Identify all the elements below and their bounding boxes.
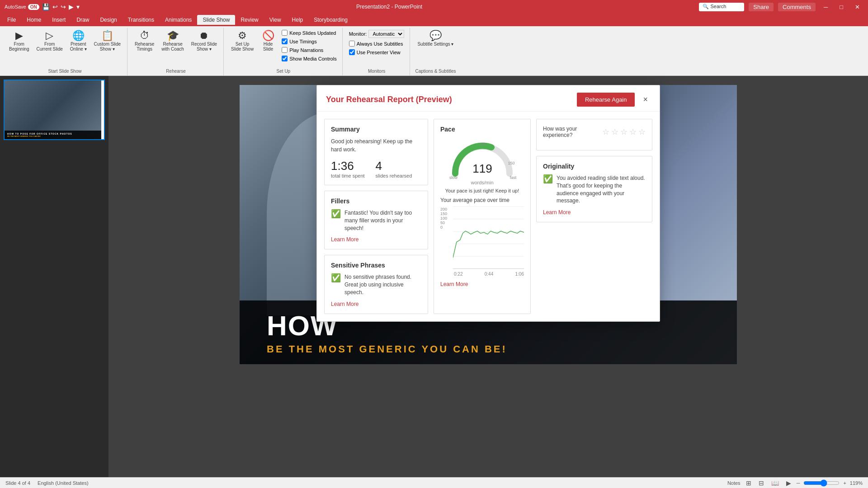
keep-slides-updated-input[interactable] <box>282 30 288 36</box>
title-right: 🔍 Search Share Comments ─ □ ✕ <box>699 3 863 11</box>
keep-slides-updated-checkbox[interactable]: Keep Slides Updated <box>280 29 339 37</box>
monitor-label: Monitor: <box>349 31 367 37</box>
modal-body: Summary Good job rehearsing! Keep up the… <box>317 112 660 321</box>
rehearse-timings-button[interactable]: ⏱ RehearseTimings <box>132 29 157 53</box>
rehearse-coach-label: Rehearsewith Coach <box>161 42 184 52</box>
rehearse-timings-icon: ⏱ <box>140 31 150 41</box>
originality-message: ✅ You avoided reading slide text aloud. … <box>543 174 646 205</box>
share-button[interactable]: Share <box>749 3 774 11</box>
notes-button[interactable]: Notes <box>727 480 741 486</box>
ribbon-group-captions: 💬 Subtitle Settings ▾ Captions & Subtitl… <box>411 28 460 75</box>
tab-file[interactable]: File <box>2 15 21 25</box>
close-button[interactable]: ✕ <box>851 3 863 11</box>
zoom-slider[interactable] <box>803 479 840 487</box>
play-narrations-checkbox[interactable]: Play Narrations <box>280 46 339 54</box>
use-presenter-view-checkbox[interactable]: Use Presenter View <box>347 48 406 56</box>
rehearse-again-button[interactable]: Rehearse Again <box>577 93 635 107</box>
fillers-check-icon: ✅ <box>331 208 341 220</box>
sensitive-check-icon: ✅ <box>331 272 341 284</box>
ribbon-group-rehearse: ⏱ RehearseTimings 🎓 Rehearsewith Coach ⏺… <box>128 28 224 75</box>
use-timings-checkbox[interactable]: Use Timings <box>280 38 339 45</box>
tab-storyboarding[interactable]: Storyboarding <box>308 15 353 25</box>
search-icon: 🔍 <box>703 4 709 9</box>
status-bar: Slide 4 of 4 English (United States) Not… <box>0 477 868 488</box>
sensitive-learn-more[interactable]: Learn More <box>331 301 421 307</box>
star-5[interactable]: ☆ <box>638 127 646 137</box>
autosave-state[interactable]: ON <box>28 4 39 10</box>
set-up-slide-show-button[interactable]: ⚙ Set UpSlide Show <box>228 29 256 53</box>
slide-thumb-1[interactable]: 1 HOW TO POSE FOR OFFICE STOCK PHOTOS BE… <box>4 80 105 140</box>
rehearse-label: Rehearse <box>166 69 185 75</box>
show-media-controls-checkbox[interactable]: Show Media Controls <box>280 55 339 62</box>
star-3[interactable]: ☆ <box>620 127 627 137</box>
maximize-button[interactable]: □ <box>836 3 847 11</box>
present-online-button[interactable]: 🌐 PresentOnline ▾ <box>67 29 90 53</box>
slide-show-view-button[interactable]: ▶ <box>784 479 793 488</box>
monitor-select[interactable]: Automatic <box>368 30 404 38</box>
title-bar: AutoSave ON 💾 ↩ ↪ ▶ ▾ Presentation2 - Po… <box>0 0 868 14</box>
tab-review[interactable]: Review <box>235 15 264 25</box>
tab-home[interactable]: Home <box>21 15 47 25</box>
search-box[interactable]: 🔍 Search <box>699 3 744 11</box>
originality-learn-more[interactable]: Learn More <box>543 209 646 216</box>
tab-help[interactable]: Help <box>287 15 309 25</box>
tab-insert[interactable]: Insert <box>47 15 71 25</box>
ribbon-items-setup: ⚙ Set UpSlide Show 🚫 HideSlide Keep Slid… <box>228 29 339 69</box>
fillers-title: Fillers <box>331 197 421 205</box>
record-icon: ⏺ <box>199 31 209 41</box>
setup-label: Set Up <box>277 69 291 75</box>
star-1[interactable]: ☆ <box>602 127 609 137</box>
pace-title: Pace <box>440 126 524 133</box>
tab-slide-show[interactable]: Slide Show <box>197 15 235 25</box>
tab-view[interactable]: View <box>264 15 287 25</box>
hide-slide-button[interactable]: 🚫 HideSlide <box>258 29 278 53</box>
minimize-button[interactable]: ─ <box>820 3 831 11</box>
always-use-subtitles-input[interactable] <box>349 41 355 47</box>
custom-slide-show-button[interactable]: 📋 Custom SlideShow ▾ <box>91 29 123 53</box>
save-icon[interactable]: 💾 <box>42 3 50 10</box>
reading-view-button[interactable]: 📖 <box>769 479 781 488</box>
tab-animations[interactable]: Animations <box>160 15 197 25</box>
play-narrations-input[interactable] <box>282 47 288 53</box>
redo-icon[interactable]: ↪ <box>61 3 66 10</box>
zoom-in-button[interactable]: + <box>843 480 846 486</box>
normal-view-button[interactable]: ⊞ <box>744 479 753 488</box>
slides-rehearsed-stat: 4 slides rehearsed <box>376 159 412 178</box>
use-presenter-view-input[interactable] <box>349 49 355 55</box>
setup-checkboxes: Keep Slides Updated Use Timings Play Nar… <box>280 29 339 62</box>
modal-close-button[interactable]: × <box>640 94 651 105</box>
summary-stats: 1:36 total time spent 4 slides rehearsed <box>331 159 421 178</box>
rehearse-with-coach-button[interactable]: 🎓 Rehearsewith Coach <box>159 29 186 53</box>
star-4[interactable]: ☆ <box>629 127 637 137</box>
present-icon[interactable]: ▶ <box>69 3 74 10</box>
from-current-slide-button[interactable]: ▷ FromCurrent Slide <box>33 29 65 53</box>
zoom-out-button[interactable]: ─ <box>797 480 800 486</box>
ribbon-tabs: File Home Insert Draw Design Transitions… <box>0 14 868 26</box>
originality-check-icon: ✅ <box>543 174 553 185</box>
more-icon[interactable]: ▾ <box>76 3 80 10</box>
from-current-label: FromCurrent Slide <box>36 42 62 52</box>
use-timings-input[interactable] <box>282 38 288 44</box>
show-media-controls-input[interactable] <box>282 56 288 61</box>
fillers-learn-more[interactable]: Learn More <box>331 236 421 243</box>
pace-learn-more[interactable]: Learn More <box>440 281 524 287</box>
star-2[interactable]: ☆ <box>611 127 618 137</box>
slide-bg-1: HOW TO POSE FOR OFFICE STOCK PHOTOS BE T… <box>5 80 101 139</box>
fillers-message: ✅ Fantastic! You didn't say too many fil… <box>331 209 421 232</box>
tab-draw[interactable]: Draw <box>71 15 94 25</box>
stars-container[interactable]: ☆ ☆ ☆ ☆ ☆ <box>602 127 646 137</box>
hide-icon: 🚫 <box>262 31 274 41</box>
monitors-label: Monitors <box>368 69 385 75</box>
custom-slide-icon: 📋 <box>101 31 113 41</box>
comments-button[interactable]: Comments <box>778 3 816 11</box>
autosave-toggle[interactable]: AutoSave ON <box>5 4 39 10</box>
record-slide-show-button[interactable]: ⏺ Record SlideShow ▾ <box>189 29 220 53</box>
originality-text: You avoided reading slide text aloud. Th… <box>557 174 646 205</box>
slide-sorter-button[interactable]: ⊟ <box>757 479 766 488</box>
tab-transitions[interactable]: Transitions <box>123 15 160 25</box>
subtitle-settings-button[interactable]: 💬 Subtitle Settings ▾ <box>415 29 456 48</box>
tab-design[interactable]: Design <box>94 15 122 25</box>
from-beginning-button[interactable]: ▶ FromBeginning <box>6 29 32 53</box>
undo-icon[interactable]: ↩ <box>52 3 58 10</box>
always-use-subtitles-checkbox[interactable]: Always Use Subtitles <box>347 40 406 47</box>
